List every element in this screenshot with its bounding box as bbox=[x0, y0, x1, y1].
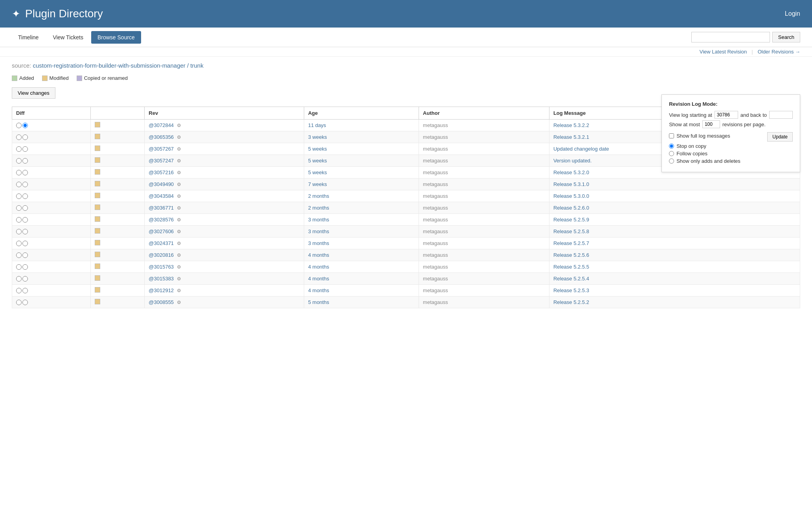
diff-radio-to[interactable] bbox=[22, 276, 28, 282]
age-link[interactable]: 3 months bbox=[308, 217, 329, 223]
rev-link[interactable]: @3057247 bbox=[149, 158, 174, 164]
diff-radio-to[interactable] bbox=[22, 241, 28, 246]
rev-link[interactable]: @3012912 bbox=[149, 287, 174, 293]
radio-follow[interactable] bbox=[669, 151, 674, 156]
log-message-link[interactable]: Release 5.3.2.0 bbox=[553, 169, 589, 175]
gear-icon[interactable]: ⚙ bbox=[177, 158, 181, 164]
diff-radio-to[interactable] bbox=[22, 229, 28, 234]
log-message-link[interactable]: Release 5.2.6.0 bbox=[553, 205, 589, 211]
log-message-link[interactable]: Release 5.2.5.2 bbox=[553, 299, 589, 305]
age-link[interactable]: 4 months bbox=[308, 276, 329, 282]
log-message-link[interactable]: Release 5.3.1.0 bbox=[553, 181, 589, 187]
diff-radio-to[interactable] bbox=[22, 288, 28, 293]
age-link[interactable]: 2 months bbox=[308, 205, 329, 211]
gear-icon[interactable]: ⚙ bbox=[177, 205, 181, 211]
rev-link[interactable]: @3028576 bbox=[149, 217, 174, 223]
breadcrumb-path[interactable]: custom-registration-form-builder-with-su… bbox=[33, 62, 203, 69]
show-most-input[interactable] bbox=[702, 120, 720, 128]
log-message-link[interactable]: Release 5.2.5.9 bbox=[553, 217, 589, 223]
gear-icon[interactable]: ⚙ bbox=[177, 170, 181, 175]
rev-link[interactable]: @3057267 bbox=[149, 146, 174, 152]
gear-icon[interactable]: ⚙ bbox=[177, 252, 181, 258]
gear-icon[interactable]: ⚙ bbox=[177, 193, 181, 199]
radio-stop-copy[interactable] bbox=[669, 144, 674, 149]
rev-link[interactable]: @3015763 bbox=[149, 264, 174, 270]
update-button[interactable]: Update bbox=[767, 132, 793, 142]
diff-radio-from[interactable] bbox=[16, 217, 22, 223]
diff-radio-from[interactable] bbox=[16, 205, 22, 211]
show-full-log-checkbox[interactable] bbox=[669, 133, 674, 138]
rev-link[interactable]: @3027606 bbox=[149, 228, 174, 234]
gear-icon[interactable]: ⚙ bbox=[177, 134, 181, 140]
diff-radio-from[interactable] bbox=[16, 252, 22, 258]
search-button[interactable]: Search bbox=[772, 32, 800, 42]
gear-icon[interactable]: ⚙ bbox=[177, 276, 181, 282]
gear-icon[interactable]: ⚙ bbox=[177, 264, 181, 270]
view-latest-revision-link[interactable]: View Latest Revision bbox=[700, 49, 747, 55]
nav-browse-source[interactable]: Browse Source bbox=[91, 31, 141, 44]
log-message-link[interactable]: Release 5.3.2.1 bbox=[553, 134, 589, 140]
diff-radio-to[interactable] bbox=[22, 158, 28, 164]
gear-icon[interactable]: ⚙ bbox=[177, 229, 181, 234]
age-link[interactable]: 5 weeks bbox=[308, 169, 327, 175]
gear-icon[interactable]: ⚙ bbox=[177, 217, 181, 223]
rev-link[interactable]: @3065356 bbox=[149, 134, 174, 140]
rev-link[interactable]: @3020816 bbox=[149, 252, 174, 258]
view-changes-button[interactable]: View changes bbox=[12, 87, 55, 99]
nav-timeline[interactable]: Timeline bbox=[12, 31, 45, 44]
age-link[interactable]: 2 months bbox=[308, 193, 329, 199]
log-message-link[interactable]: Release 5.2.5.7 bbox=[553, 240, 589, 246]
older-revisions-link[interactable]: Older Revisions → bbox=[758, 49, 800, 55]
diff-radio-from[interactable] bbox=[16, 264, 22, 270]
diff-radio-from[interactable] bbox=[16, 193, 22, 199]
rev-link[interactable]: @3057216 bbox=[149, 169, 174, 175]
diff-radio-from[interactable] bbox=[16, 229, 22, 234]
diff-radio-from[interactable] bbox=[16, 300, 22, 305]
diff-radio-to[interactable] bbox=[22, 182, 28, 187]
age-link[interactable]: 4 months bbox=[308, 252, 329, 258]
rev-link[interactable]: @3036771 bbox=[149, 205, 174, 211]
age-link[interactable]: 5 weeks bbox=[308, 146, 327, 152]
log-message-link[interactable]: Updated changelog date bbox=[553, 146, 609, 152]
rev-link[interactable]: @3008555 bbox=[149, 299, 174, 305]
gear-icon[interactable]: ⚙ bbox=[177, 300, 181, 305]
diff-radio-from[interactable] bbox=[16, 134, 22, 140]
diff-radio-to[interactable] bbox=[22, 146, 28, 152]
log-message-link[interactable]: Release 5.2.5.3 bbox=[553, 287, 589, 293]
gear-icon[interactable]: ⚙ bbox=[177, 241, 181, 246]
diff-radio-to[interactable] bbox=[22, 170, 28, 175]
diff-radio-from[interactable] bbox=[16, 288, 22, 293]
age-link[interactable]: 4 months bbox=[308, 287, 329, 293]
gear-icon[interactable]: ⚙ bbox=[177, 288, 181, 293]
gear-icon[interactable]: ⚙ bbox=[177, 146, 181, 152]
rev-link[interactable]: @3015383 bbox=[149, 276, 174, 282]
log-message-link[interactable]: Version updated. bbox=[553, 158, 592, 164]
log-starting-input[interactable] bbox=[715, 111, 738, 119]
log-message-link[interactable]: Release 5.3.2.2 bbox=[553, 122, 589, 128]
diff-radio-from[interactable] bbox=[16, 182, 22, 187]
rev-link[interactable]: @3043584 bbox=[149, 193, 174, 199]
age-link[interactable]: 3 months bbox=[308, 240, 329, 246]
diff-radio-from[interactable] bbox=[16, 146, 22, 152]
gear-icon[interactable]: ⚙ bbox=[177, 123, 181, 128]
diff-radio-from[interactable] bbox=[16, 276, 22, 282]
log-message-link[interactable]: Release 5.2.5.5 bbox=[553, 264, 589, 270]
diff-radio-to[interactable] bbox=[22, 134, 28, 140]
diff-radio-to[interactable] bbox=[22, 123, 28, 128]
diff-radio-to[interactable] bbox=[22, 300, 28, 305]
log-message-link[interactable]: Release 5.3.0.0 bbox=[553, 193, 589, 199]
gear-icon[interactable]: ⚙ bbox=[177, 182, 181, 187]
diff-radio-from[interactable] bbox=[16, 123, 22, 128]
diff-radio-to[interactable] bbox=[22, 252, 28, 258]
age-link[interactable]: 4 months bbox=[308, 264, 329, 270]
radio-adds-deletes[interactable] bbox=[669, 158, 674, 164]
diff-radio-to[interactable] bbox=[22, 193, 28, 199]
search-input[interactable] bbox=[691, 32, 770, 42]
age-link[interactable]: 3 weeks bbox=[308, 134, 327, 140]
rev-link[interactable]: @3024371 bbox=[149, 240, 174, 246]
age-link[interactable]: 5 weeks bbox=[308, 158, 327, 164]
back-to-input[interactable] bbox=[769, 111, 793, 119]
rev-link[interactable]: @3072844 bbox=[149, 122, 174, 128]
diff-radio-to[interactable] bbox=[22, 205, 28, 211]
age-link[interactable]: 7 weeks bbox=[308, 181, 327, 187]
